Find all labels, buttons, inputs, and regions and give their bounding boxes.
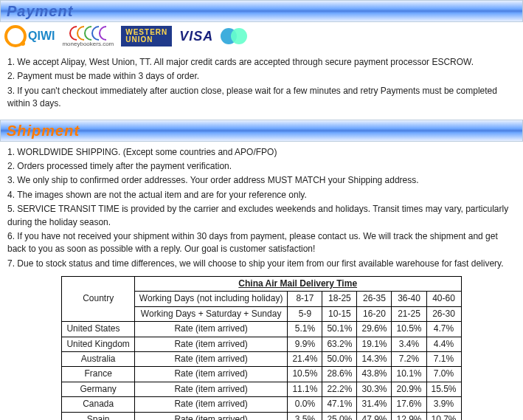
rate-cell: 12.9% xyxy=(392,412,426,420)
rate-cell: 43.8% xyxy=(357,367,392,382)
shipment-item: 1. WORLDWIDE SHIPPING. (Except some coun… xyxy=(7,146,519,159)
rate-cell: 4.7% xyxy=(426,322,461,337)
rate-cell: 22.2% xyxy=(322,382,357,396)
range-cell: 36-40 xyxy=(392,292,426,306)
payment-heading: Payment xyxy=(0,0,523,22)
qiwi-text: QIWI xyxy=(28,30,55,43)
range-cell: 21-25 xyxy=(392,306,426,321)
rate-cell: 0.0% xyxy=(288,397,322,412)
shipment-item: 4. The images shown are not the actual i… xyxy=(7,189,519,202)
rate-cell: 47.9% xyxy=(357,412,392,420)
rate-cell: 3.5% xyxy=(288,412,322,420)
country-cell: Germany xyxy=(62,382,134,396)
table-row: France Rate (item arrived) 10.5% 28.6% 4… xyxy=(62,367,461,382)
moneybookers-logo: moneybookers.com xyxy=(62,26,114,47)
country-cell: Australia xyxy=(62,352,134,367)
rate-cell: 7.1% xyxy=(426,352,461,367)
circle-icon xyxy=(231,28,247,44)
rate-cell: 3.9% xyxy=(426,397,461,412)
table-row: Australia Rate (item arrived) 21.4% 50.0… xyxy=(62,352,461,367)
payment-content: 1. We accept Alipay, West Union, TT. All… xyxy=(0,52,523,120)
rate-cell: 10.5% xyxy=(288,367,322,382)
rate-cell: 10.7% xyxy=(426,412,461,420)
arc-icon xyxy=(91,26,99,41)
rate-label: Rate (item arrived) xyxy=(134,322,288,337)
rate-cell: 19.1% xyxy=(357,337,392,351)
rate-cell: 21.4% xyxy=(288,352,322,367)
range-cell: 8-17 xyxy=(288,292,322,306)
table-title: China Air Mail Delivery Time xyxy=(134,277,461,292)
shipment-list: 1. WORLDWIDE SHIPPING. (Except some coun… xyxy=(4,146,519,271)
range-cell: 5-9 xyxy=(288,306,322,321)
table-row: Germany Rate (item arrived) 11.1% 22.2% … xyxy=(62,382,461,396)
rate-label: Rate (item arrived) xyxy=(134,337,288,351)
wd-no-holiday-label: Working Days (not including holiday) xyxy=(134,292,288,306)
payment-item: 2. Payment must be made within 3 days of… xyxy=(7,70,519,83)
rate-cell: 29.6% xyxy=(357,322,392,337)
rate-cell: 11.1% xyxy=(288,382,322,396)
country-header: Country xyxy=(62,277,134,322)
arc-icon xyxy=(84,26,91,41)
rate-cell: 63.2% xyxy=(322,337,357,351)
shipment-item: 6. If you have not received your shipmen… xyxy=(7,230,519,256)
qiwi-logo: QIWI xyxy=(4,25,55,47)
rate-cell: 5.1% xyxy=(288,322,322,337)
country-cell: Canada xyxy=(62,397,134,412)
range-cell: 26-35 xyxy=(357,292,392,306)
visa-logo: VISA xyxy=(179,29,213,44)
arc-icon xyxy=(69,26,77,41)
table-row: United States Rate (item arrived) 5.1% 5… xyxy=(62,322,461,337)
rate-cell: 47.1% xyxy=(322,397,357,412)
shipment-content: 1. WORLDWIDE SHIPPING. (Except some coun… xyxy=(0,142,523,420)
range-cell: 40-60 xyxy=(426,292,461,306)
payment-logos: QIWI moneybookers.com WESTERN UNION VISA xyxy=(0,22,523,52)
delivery-table: Country China Air Mail Delivery Time Wor… xyxy=(61,276,461,420)
range-cell: 10-15 xyxy=(322,306,357,321)
arc-icon xyxy=(77,26,84,41)
rate-label: Rate (item arrived) xyxy=(134,412,288,420)
rate-cell: 20.9% xyxy=(392,382,426,396)
table-row: Spain Rate (item arrived) 3.5% 25.0% 47.… xyxy=(62,412,461,420)
rate-cell: 28.6% xyxy=(322,367,357,382)
qiwi-icon xyxy=(4,25,27,47)
rate-label: Rate (item arrived) xyxy=(134,397,288,412)
range-cell: 26-30 xyxy=(426,306,461,321)
rate-cell: 9.9% xyxy=(288,337,322,351)
table-row: United Kingdom Rate (item arrived) 9.9% … xyxy=(62,337,461,351)
wd-sat-sun-label: Working Days + Saturday + Sunday xyxy=(134,306,288,321)
rate-cell: 7.2% xyxy=(392,352,426,367)
arc-icon xyxy=(99,26,106,41)
rate-cell: 7.0% xyxy=(426,367,461,382)
country-cell: United Kingdom xyxy=(62,337,134,351)
rate-cell: 50.1% xyxy=(322,322,357,337)
range-cell: 16-20 xyxy=(357,306,392,321)
rate-cell: 25.0% xyxy=(322,412,357,420)
moneybookers-text: moneybookers.com xyxy=(62,41,114,47)
country-cell: France xyxy=(62,367,134,382)
shipment-item: 5. SERVICE TRANSIT TIME is provided by t… xyxy=(7,203,519,229)
wu-line2: UNION xyxy=(125,35,153,44)
mastercard-logo xyxy=(221,28,247,44)
country-cell: United States xyxy=(62,322,134,337)
rate-cell: 15.5% xyxy=(426,382,461,396)
payment-item: 1. We accept Alipay, West Union, TT. All… xyxy=(7,56,519,69)
table-row: Canada Rate (item arrived) 0.0% 47.1% 31… xyxy=(62,397,461,412)
rate-cell: 10.5% xyxy=(392,322,426,337)
country-cell: Spain xyxy=(62,412,134,420)
range-cell: 18-25 xyxy=(322,292,357,306)
rate-label: Rate (item arrived) xyxy=(134,367,288,382)
rate-cell: 3.4% xyxy=(392,337,426,351)
rate-cell: 50.0% xyxy=(322,352,357,367)
rate-cell: 10.1% xyxy=(392,367,426,382)
rate-cell: 31.4% xyxy=(357,397,392,412)
payment-list: 1. We accept Alipay, West Union, TT. All… xyxy=(4,56,519,111)
rate-cell: 14.3% xyxy=(357,352,392,367)
rate-cell: 30.3% xyxy=(357,382,392,396)
payment-item: 3. If you can't checkout immediately aft… xyxy=(7,85,519,111)
rate-cell: 17.6% xyxy=(392,397,426,412)
rate-label: Rate (item arrived) xyxy=(134,352,288,367)
western-union-logo: WESTERN UNION xyxy=(121,26,172,47)
shipment-item: 7. Due to stock status and time differen… xyxy=(7,258,519,270)
shipment-item: 3. We only ship to confirmed order addre… xyxy=(7,174,519,187)
rate-label: Rate (item arrived) xyxy=(134,382,288,396)
